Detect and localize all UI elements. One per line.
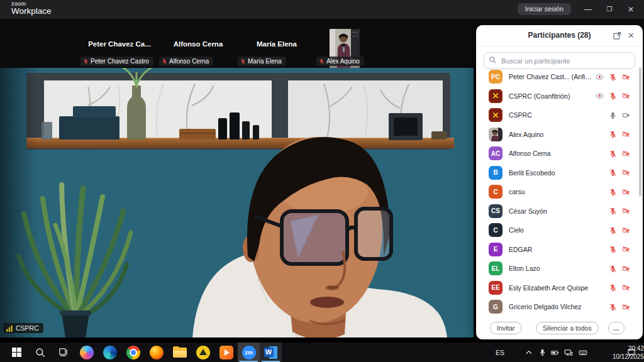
video-off-icon[interactable] xyxy=(622,207,630,215)
participant-name: Alex Aquino xyxy=(509,131,606,138)
notifications-icon[interactable] xyxy=(626,343,636,362)
mic-muted-icon[interactable] xyxy=(609,130,617,138)
mic-muted-icon[interactable] xyxy=(609,150,617,158)
participant-row[interactable]: G Gricerio Delgado Vilchez xyxy=(476,297,643,317)
participant-row[interactable]: B Berlit Escobedo xyxy=(476,163,643,183)
video-off-icon[interactable] xyxy=(622,92,630,100)
avatar-initials: CS xyxy=(491,207,500,214)
video-off-icon[interactable] xyxy=(622,226,630,234)
tray-microphone-icon[interactable] xyxy=(538,343,547,362)
participant-status-icons xyxy=(609,303,630,311)
participant-status-icons xyxy=(609,130,630,138)
filmstrip-tile[interactable]: María Elena María Elena xyxy=(238,19,316,68)
participant-video-name: Peter Chavez Ca... xyxy=(80,40,158,48)
participant-row[interactable]: E EDGAR xyxy=(476,240,643,260)
copilot-icon[interactable] xyxy=(75,343,98,362)
taskbar-clock[interactable]: 20:42 10/12/2025 xyxy=(606,343,644,361)
video-off-icon[interactable] xyxy=(622,73,630,81)
participant-status-icons xyxy=(609,265,630,273)
task-view-icon[interactable] xyxy=(52,343,75,362)
participant-status-icons xyxy=(609,188,630,196)
video-off-icon[interactable] xyxy=(622,168,630,177)
video-off-icon[interactable] xyxy=(622,265,630,273)
taskbar-search-icon[interactable] xyxy=(28,343,52,362)
video-icon[interactable] xyxy=(622,111,630,119)
panel-scrollbar[interactable] xyxy=(639,67,641,196)
language-indicator[interactable]: ES xyxy=(496,343,504,362)
start-button[interactable] xyxy=(5,343,28,362)
touch-keyboard-icon[interactable] xyxy=(577,343,589,362)
avatar-photo xyxy=(489,128,502,141)
mic-muted-icon[interactable] xyxy=(609,265,617,273)
participant-name: Cielo xyxy=(509,226,606,234)
participant-video-name: Alfonso Cerna xyxy=(159,40,237,48)
pop-out-icon[interactable] xyxy=(613,31,622,40)
participant-row[interactable]: PC Peter Chavez Cast... (Anfitrión, yo) xyxy=(476,67,643,87)
mic-muted-icon[interactable] xyxy=(609,92,617,100)
more-options-button[interactable]: … xyxy=(608,322,625,334)
mic-icon[interactable] xyxy=(609,111,617,119)
video-off-icon[interactable] xyxy=(622,245,630,253)
participant-status-icons xyxy=(609,111,630,119)
smadav-icon[interactable] xyxy=(191,343,214,362)
word-app-taskbar-button[interactable]: W xyxy=(260,343,282,362)
avatar: AC xyxy=(489,146,502,160)
invite-button[interactable]: Invitar xyxy=(490,322,522,334)
avatar: C xyxy=(489,185,502,199)
participant-name: CSPRC xyxy=(509,111,606,119)
avatar-initials: ✕ xyxy=(492,91,499,101)
mic-muted-icon[interactable] xyxy=(609,283,617,292)
zoom-app-taskbar-button[interactable]: zm xyxy=(238,343,260,362)
participant-name-pill: Alfonso Cerna xyxy=(159,57,213,66)
windows-taskbar: zm W ES 20:42 10/12/2025 xyxy=(0,343,644,362)
edge-icon[interactable] xyxy=(98,343,121,362)
video-off-icon[interactable] xyxy=(622,130,630,138)
participant-row[interactable]: AC Alfonso Cerna xyxy=(476,144,643,163)
media-player-icon[interactable] xyxy=(214,343,238,362)
search-container xyxy=(484,52,635,69)
participant-row[interactable]: EL Elton Lazo xyxy=(476,259,643,278)
battery-icon[interactable] xyxy=(550,343,560,362)
participant-name: carsu xyxy=(509,188,606,195)
participant-row[interactable]: CS César Suyón xyxy=(476,202,643,221)
participant-status-icons xyxy=(609,168,630,177)
network-icon[interactable] xyxy=(564,343,574,362)
mute-all-button[interactable]: Silenciar a todos xyxy=(536,322,599,334)
participant-video-name: María Elena xyxy=(238,40,316,48)
participant-row[interactable]: C Cielo xyxy=(476,221,643,240)
participant-row[interactable]: Alex Aquino xyxy=(476,125,643,145)
participant-row[interactable]: C carsu xyxy=(476,182,643,202)
filmstrip-tile[interactable]: Alex Aquino xyxy=(316,19,394,68)
filmstrip-tile[interactable]: Peter Chavez Ca... Pete xyxy=(80,19,158,68)
participant-name: EDGAR xyxy=(509,246,606,253)
mic-muted-icon[interactable] xyxy=(609,245,617,253)
participant-row[interactable]: ✕ CSPRC xyxy=(476,106,643,125)
word-icon: W xyxy=(264,346,278,359)
mic-muted-icon[interactable] xyxy=(609,188,617,196)
mic-muted-icon[interactable] xyxy=(609,226,617,234)
participant-row[interactable]: EE Esly Elizabeth Arce Quispe xyxy=(476,278,643,298)
search-input[interactable] xyxy=(484,52,635,69)
participant-row[interactable]: ✕ CSPRC (Coanfitrión) xyxy=(476,87,643,106)
hidden-icons-chevron-icon[interactable] xyxy=(525,343,533,362)
close-button[interactable]: ✕ xyxy=(623,0,639,19)
mic-muted-icon[interactable] xyxy=(609,207,617,215)
firefox-icon[interactable] xyxy=(145,343,168,362)
maximize-button[interactable]: ❐ xyxy=(601,0,618,19)
file-explorer-icon[interactable] xyxy=(168,343,191,362)
video-off-icon[interactable] xyxy=(622,188,630,196)
video-off-icon[interactable] xyxy=(622,303,630,311)
chrome-icon[interactable] xyxy=(121,343,145,362)
video-off-icon[interactable] xyxy=(622,150,630,158)
participant-name-pill: Alex Aquino xyxy=(316,57,364,66)
mic-muted-icon[interactable] xyxy=(609,73,617,81)
mic-muted-icon[interactable] xyxy=(609,303,617,311)
sign-in-button[interactable]: Iniciar sesión xyxy=(518,3,571,15)
panel-close-icon[interactable]: ✕ xyxy=(626,31,636,40)
mic-muted-icon[interactable] xyxy=(609,168,617,177)
main-video-scene xyxy=(0,68,476,337)
filmstrip-tile[interactable]: Alfonso Cerna Alfonso Cer xyxy=(159,19,237,68)
video-off-icon[interactable] xyxy=(622,283,630,292)
avatar: B xyxy=(489,166,502,180)
minimize-button[interactable]: — xyxy=(580,0,596,19)
